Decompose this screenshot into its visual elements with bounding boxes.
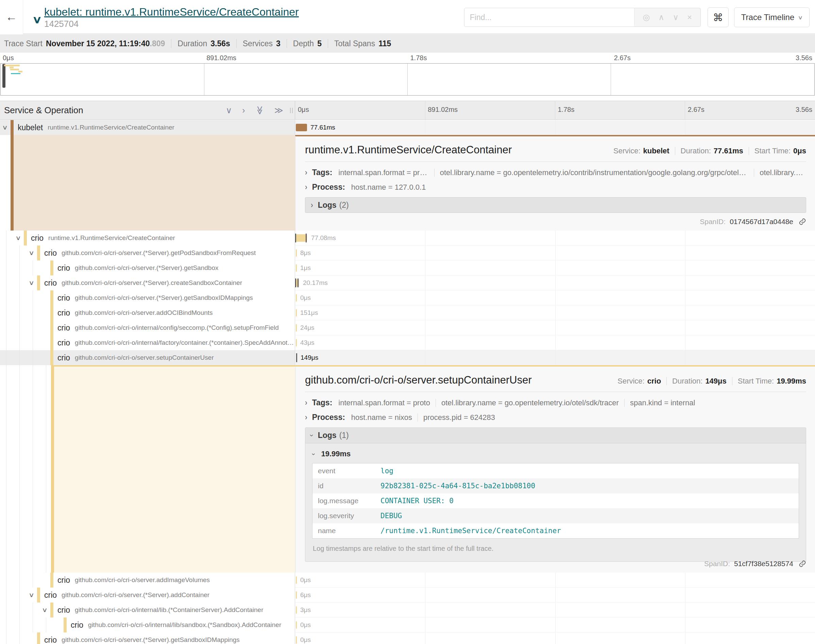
chevron-right-icon[interactable]: ›: [305, 168, 307, 177]
span-row[interactable]: criogithub.com/cri-o/cri-o/server.(*Serv…: [0, 290, 815, 305]
span-duration-bar[interactable]: [296, 339, 297, 347]
span-timeline-cell[interactable]: 3μs: [295, 603, 815, 618]
span-timeline-cell[interactable]: 20.17ms: [295, 275, 815, 290]
trace-collapse-chevron-icon[interactable]: ∨: [32, 14, 42, 26]
span-name-cell[interactable]: criogithub.com/cri-o/cri-o/server.addOCI…: [0, 305, 295, 320]
process-row[interactable]: › Process: host.name = 127.0.0.1: [305, 182, 806, 192]
chevron-right-icon[interactable]: ›: [305, 413, 307, 422]
timeline-minimap[interactable]: [0, 63, 815, 95]
back-button[interactable]: ←: [0, 0, 23, 34]
stat-label: Trace Start: [4, 39, 43, 48]
span-duration-bar[interactable]: [296, 606, 297, 614]
span-children-chevron-icon[interactable]: ∨: [29, 591, 34, 599]
next-match-icon[interactable]: ∨: [673, 12, 679, 22]
span-name-cell[interactable]: ∨criogithub.com/cri-o/cri-o/internal/lib…: [0, 603, 295, 618]
span-timeline-cell[interactable]: 77.08ms: [295, 230, 815, 245]
span-children-chevron-icon[interactable]: ∨: [29, 279, 34, 287]
log-field-key: log.message: [313, 497, 380, 505]
span-duration-bar[interactable]: [296, 309, 297, 317]
column-resizer[interactable]: [290, 108, 293, 113]
span-timeline-cell[interactable]: 8μs: [295, 245, 815, 261]
span-duration-bar[interactable]: [296, 324, 297, 331]
span-duration-bar[interactable]: [296, 249, 297, 257]
span-row[interactable]: criogithub.com/cri-o/cri-o/internal/fact…: [0, 335, 815, 350]
span-duration-bar[interactable]: [296, 124, 307, 131]
collapse-one-icon[interactable]: ∨: [226, 106, 232, 115]
span-timeline-cell[interactable]: 151μs: [295, 305, 815, 320]
find-input[interactable]: [464, 8, 634, 27]
span-row[interactable]: ∨kubeletruntime.v1.RuntimeService/Create…: [0, 120, 815, 135]
span-name-cell[interactable]: criogithub.com/cri-o/cri-o/server.(*Serv…: [0, 290, 295, 305]
span-row[interactable]: ∨crioruntime.v1.RuntimeService/CreateCon…: [0, 230, 815, 245]
trace-view-select[interactable]: Trace Timeline ∨: [734, 8, 810, 27]
span-name-cell[interactable]: criogithub.com/cri-o/cri-o/server.(*Serv…: [0, 261, 295, 275]
span-row[interactable]: ∨criogithub.com/cri-o/cri-o/server.(*Ser…: [0, 245, 815, 261]
span-name-cell[interactable]: ∨kubeletruntime.v1.RuntimeService/Create…: [0, 120, 295, 135]
span-row[interactable]: criogithub.com/cri-o/cri-o/server.(*Serv…: [0, 632, 815, 644]
span-name-cell[interactable]: ∨criogithub.com/cri-o/cri-o/server.(*Ser…: [0, 245, 295, 261]
span-name-cell[interactable]: criogithub.com/cri-o/cri-o/internal/fact…: [0, 335, 295, 350]
span-detail-panel: github.com/cri-o/cri-o/server.setupConta…: [295, 365, 815, 573]
timeline-header: 0μs891.02ms1.78s2.67s3.56s: [295, 101, 815, 120]
span-row[interactable]: criogithub.com/cri-o/cri-o/server.setupC…: [0, 350, 815, 365]
timeline-tick: 0μs: [298, 106, 309, 113]
span-name-cell[interactable]: ∨criogithub.com/cri-o/cri-o/server.(*Ser…: [0, 587, 295, 603]
span-duration-bar[interactable]: [296, 591, 297, 599]
span-timeline-cell[interactable]: 149μs: [295, 350, 815, 365]
focus-match-icon[interactable]: ◎: [643, 12, 650, 22]
span-children-chevron-icon[interactable]: ∨: [15, 234, 21, 242]
collapse-all-icon[interactable]: ≫: [255, 106, 264, 115]
clear-find-icon[interactable]: ×: [687, 12, 692, 22]
trace-title-link[interactable]: kubelet: runtime.v1.RuntimeService/Creat…: [44, 6, 299, 18]
expand-all-icon[interactable]: ≫: [274, 106, 283, 115]
span-timeline-cell[interactable]: 1μs: [295, 261, 815, 275]
span-timeline-cell[interactable]: 0μs: [295, 632, 815, 644]
log-entry-timestamp[interactable]: › 19.99ms: [313, 449, 799, 458]
span-name-cell[interactable]: ∨crioruntime.v1.RuntimeService/CreateCon…: [0, 230, 295, 245]
span-duration-bar[interactable]: [296, 264, 297, 272]
span-row[interactable]: ∨criogithub.com/cri-o/cri-o/server.(*Ser…: [0, 275, 815, 290]
span-duration-bar[interactable]: [296, 294, 297, 302]
span-duration-bar[interactable]: [296, 636, 297, 644]
span-name-cell[interactable]: criogithub.com/cri-o/cri-o/server.addIma…: [0, 573, 295, 587]
span-timeline-cell[interactable]: 0μs: [295, 573, 815, 587]
timeline-tick: 2.67s: [614, 54, 631, 62]
tags-row[interactable]: › Tags: internal.span.format = protootel…: [305, 168, 806, 177]
span-timeline-cell[interactable]: 0μs: [295, 290, 815, 305]
span-name-cell[interactable]: criogithub.com/cri-o/cri-o/server.setupC…: [0, 350, 295, 365]
span-children-chevron-icon[interactable]: ∨: [29, 249, 34, 257]
span-duration-bar[interactable]: [296, 577, 297, 584]
keyboard-shortcuts-button[interactable]: ⌘: [708, 8, 729, 27]
span-row[interactable]: criogithub.com/cri-o/cri-o/internal/lib/…: [0, 618, 815, 632]
span-row[interactable]: criogithub.com/cri-o/cri-o/server.(*Serv…: [0, 261, 815, 275]
span-row[interactable]: criogithub.com/cri-o/cri-o/internal/conf…: [0, 320, 815, 335]
span-duration-bar[interactable]: [296, 621, 297, 629]
copy-link-icon[interactable]: [799, 218, 806, 225]
span-row[interactable]: ∨criogithub.com/cri-o/cri-o/internal/lib…: [0, 603, 815, 618]
tags-row[interactable]: › Tags: internal.span.format = protootel…: [305, 398, 806, 407]
span-timeline-cell[interactable]: 24μs: [295, 320, 815, 335]
process-row[interactable]: › Process: host.name = nixosprocess.pid …: [305, 413, 806, 422]
span-row[interactable]: criogithub.com/cri-o/cri-o/server.addOCI…: [0, 305, 815, 320]
minimap-span-bar: [4, 64, 20, 66]
span-timeline-cell[interactable]: 43μs: [295, 335, 815, 350]
minimap-drag-handle[interactable]: [2, 64, 5, 88]
span-timeline-cell[interactable]: 77.61ms: [295, 120, 815, 135]
span-children-chevron-icon[interactable]: ∨: [42, 606, 47, 614]
span-name-cell[interactable]: criogithub.com/cri-o/cri-o/internal/conf…: [0, 320, 295, 335]
logs-accordion-collapsed[interactable]: › Logs (2): [305, 197, 806, 213]
prev-match-icon[interactable]: ∧: [658, 12, 664, 22]
expand-one-icon[interactable]: ›: [242, 106, 245, 115]
logs-accordion-header[interactable]: › Logs (1): [305, 428, 806, 443]
chevron-right-icon[interactable]: ›: [305, 182, 307, 192]
span-row[interactable]: criogithub.com/cri-o/cri-o/server.addIma…: [0, 573, 815, 587]
chevron-right-icon[interactable]: ›: [305, 398, 307, 407]
span-name-cell[interactable]: criogithub.com/cri-o/cri-o/internal/lib/…: [0, 618, 295, 632]
span-row[interactable]: ∨criogithub.com/cri-o/cri-o/server.(*Ser…: [0, 587, 815, 603]
span-name-cell[interactable]: criogithub.com/cri-o/cri-o/server.(*Serv…: [0, 632, 295, 644]
span-timeline-cell[interactable]: 6μs: [295, 587, 815, 603]
span-name-cell[interactable]: ∨criogithub.com/cri-o/cri-o/server.(*Ser…: [0, 275, 295, 290]
copy-link-icon[interactable]: [799, 560, 806, 567]
span-timeline-cell[interactable]: 0μs: [295, 618, 815, 632]
span-children-chevron-icon[interactable]: ∨: [2, 124, 8, 131]
